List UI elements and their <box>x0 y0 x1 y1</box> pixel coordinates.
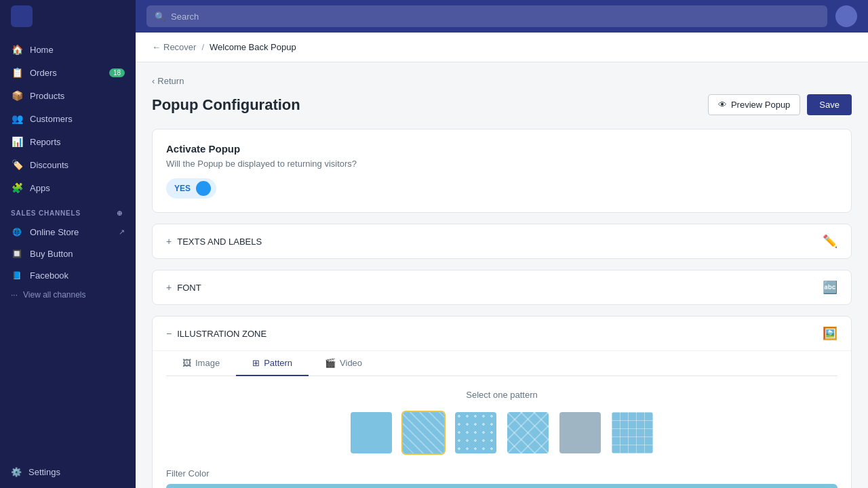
font-label: FONT <box>177 283 201 293</box>
texts-labels-row[interactable]: + TEXTS AND LABELS ✏️ <box>153 224 851 258</box>
facebook-icon: 📘 <box>11 269 23 281</box>
font-card: + FONT 🔤 <box>152 270 852 305</box>
illustration-icon: 🖼️ <box>823 326 837 341</box>
search-input[interactable] <box>171 12 819 22</box>
activate-toggle[interactable]: YES <box>166 178 216 199</box>
sidebar-item-buy-button[interactable]: 🔲 Buy Button <box>0 243 136 264</box>
header-actions: 👁 Preview Popup Save <box>708 94 852 115</box>
activate-popup-card: Activate Popup Will the Popup be display… <box>152 129 852 213</box>
sidebar-label-discounts: Discounts <box>30 160 68 170</box>
activate-popup-body: Activate Popup Will the Popup be display… <box>153 129 851 212</box>
filter-color-bar[interactable]: 7DC2E0 <box>166 484 837 488</box>
subnav: ← Recover / Welcome Back Popup <box>136 33 868 62</box>
pattern-6[interactable] <box>610 411 654 455</box>
illustration-zone-row[interactable]: − ILLUSTRATION ZONE 🖼️ <box>153 317 851 351</box>
texts-labels-icon: ✏️ <box>823 234 837 249</box>
sidebar-nav: 🏠 Home 📋 Orders 18 📦 Products 👥 Customer… <box>0 33 136 456</box>
main-area: 🔍 ← Recover / Welcome Back Popup ‹ Retur… <box>136 0 868 488</box>
filter-color-label: Filter Color <box>166 468 837 479</box>
font-row[interactable]: + FONT 🔤 <box>153 270 851 304</box>
content-area: ‹ Return Popup Configuration 👁 Preview P… <box>136 62 868 488</box>
channel-label-buy-button: Buy Button <box>30 249 73 259</box>
pattern-select-label: Select one pattern <box>166 390 837 400</box>
page-header: Popup Configuration 👁 Preview Popup Save <box>152 94 852 115</box>
save-button[interactable]: Save <box>807 94 852 115</box>
sidebar-item-orders[interactable]: 📋 Orders 18 <box>0 61 136 84</box>
search-icon: 🔍 <box>155 12 165 22</box>
sidebar-label-home: Home <box>30 45 54 55</box>
home-icon: 🏠 <box>11 43 23 56</box>
ellipsis-icon: ··· <box>11 290 18 300</box>
sidebar-bottom: ⚙️ Settings <box>0 456 136 488</box>
back-arrow-icon: ← <box>152 42 161 52</box>
sidebar-label-apps: Apps <box>30 183 50 193</box>
activate-popup-title: Activate Popup <box>166 143 837 155</box>
sidebar-item-facebook[interactable]: 📘 Facebook <box>0 264 136 286</box>
sidebar-logo <box>0 0 136 33</box>
expand-font-icon: + <box>166 282 172 293</box>
illustration-zone-card: − ILLUSTRATION ZONE 🖼️ 🖼 Image ⊞ Pattern <box>152 316 852 488</box>
sidebar-label-products: Products <box>30 91 64 101</box>
view-all-channels-button[interactable]: ··· View all channels <box>0 286 136 304</box>
chevron-left-icon: ‹ <box>152 76 155 86</box>
sidebar-label-reports: Reports <box>30 137 61 147</box>
video-tab-icon: 🎬 <box>325 358 336 368</box>
illustration-zone-label: ILLUSTRATION ZONE <box>177 329 267 339</box>
illustration-inner: 🖼 Image ⊞ Pattern 🎬 Video Select one pat… <box>153 351 851 488</box>
image-tab-icon: 🖼 <box>182 358 191 368</box>
pattern-grid <box>166 411 837 455</box>
logo-icon <box>11 5 33 27</box>
pattern-3[interactable] <box>454 411 498 455</box>
buy-button-icon: 🔲 <box>11 247 23 260</box>
avatar[interactable] <box>835 5 857 27</box>
illustration-tabs: 🖼 Image ⊞ Pattern 🎬 Video <box>166 351 837 376</box>
add-channel-button[interactable]: ⊕ <box>114 207 125 218</box>
toggle-circle <box>196 181 211 196</box>
pattern-2[interactable] <box>401 411 446 455</box>
sidebar-item-reports[interactable]: 📊 Reports <box>0 130 136 153</box>
sidebar-item-customers[interactable]: 👥 Customers <box>0 107 136 130</box>
toggle-label: YES <box>174 184 191 193</box>
sidebar-item-home[interactable]: 🏠 Home <box>0 38 136 61</box>
eye-icon: 👁 <box>718 100 727 110</box>
toggle-row: YES <box>166 178 837 199</box>
sales-channels-section: SALES CHANNELS ⊕ <box>0 199 136 221</box>
products-icon: 📦 <box>11 89 23 102</box>
breadcrumb-current: Welcome Back Popup <box>210 42 296 52</box>
external-link-icon: ↗ <box>119 228 125 237</box>
sidebar-label-customers: Customers <box>30 114 73 124</box>
tab-pattern[interactable]: ⊞ Pattern <box>236 351 309 376</box>
texts-labels-card: + TEXTS AND LABELS ✏️ <box>152 224 852 259</box>
texts-labels-label: TEXTS AND LABELS <box>177 237 262 247</box>
sidebar-item-products[interactable]: 📦 Products <box>0 84 136 107</box>
preview-popup-button[interactable]: 👁 Preview Popup <box>708 94 800 115</box>
pattern-4[interactable] <box>506 411 550 455</box>
pattern-1[interactable] <box>349 411 393 455</box>
settings-icon: ⚙️ <box>11 467 22 477</box>
sidebar-item-settings[interactable]: ⚙️ Settings <box>0 462 136 483</box>
sidebar-item-discounts[interactable]: 🏷️ Discounts <box>0 153 136 176</box>
pattern-5[interactable] <box>558 411 602 455</box>
sidebar-label-orders: Orders <box>30 68 57 78</box>
sidebar: 🏠 Home 📋 Orders 18 📦 Products 👥 Customer… <box>0 0 136 488</box>
page-title: Popup Configuration <box>152 96 300 114</box>
sidebar-item-online-store[interactable]: 🌐 Online Store ↗ <box>0 221 136 243</box>
channel-label-online-store: Online Store <box>30 227 79 237</box>
expand-icon: + <box>166 236 172 247</box>
recover-link[interactable]: ← Recover <box>152 42 196 52</box>
customers-icon: 👥 <box>11 113 23 125</box>
search-bar[interactable]: 🔍 <box>146 5 827 27</box>
orders-badge: 18 <box>109 68 125 77</box>
orders-icon: 📋 <box>11 66 23 79</box>
return-link[interactable]: ‹ Return <box>152 76 852 86</box>
discounts-icon: 🏷️ <box>11 159 23 171</box>
topbar: 🔍 <box>136 0 868 33</box>
font-icon: 🔤 <box>823 280 837 295</box>
sidebar-item-apps[interactable]: 🧩 Apps <box>0 176 136 199</box>
tab-image[interactable]: 🖼 Image <box>166 351 236 376</box>
reports-icon: 📊 <box>11 136 23 148</box>
pattern-tab-icon: ⊞ <box>252 358 260 368</box>
apps-icon: 🧩 <box>11 182 23 194</box>
breadcrumb-separator: / <box>201 42 204 52</box>
tab-video[interactable]: 🎬 Video <box>309 351 378 376</box>
